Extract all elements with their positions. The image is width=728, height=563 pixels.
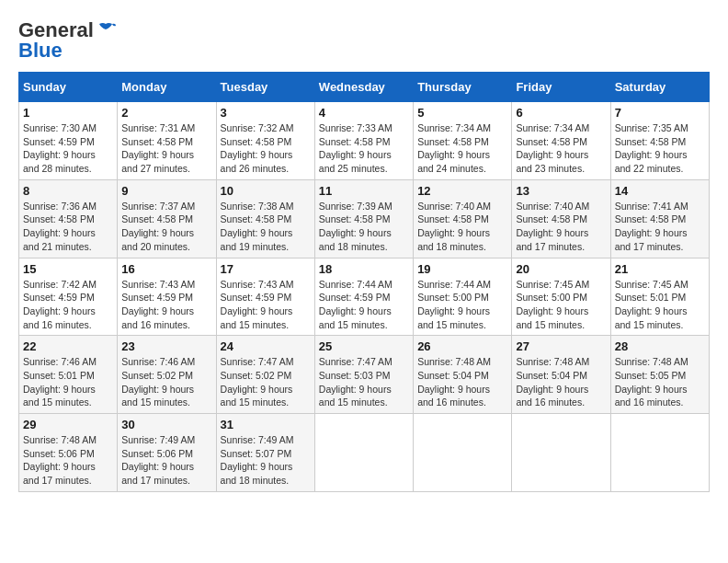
sunrise-label: Sunrise: 7:38 AM: [221, 201, 294, 212]
calendar-week-row: 8 Sunrise: 7:36 AM Sunset: 4:58 PM Dayli…: [19, 179, 710, 258]
daylight-label: Daylight: 9 hours and 15 minutes.: [516, 305, 588, 330]
day-number: 16: [121, 262, 211, 276]
sunrise-label: Sunrise: 7:34 AM: [417, 122, 491, 133]
sunrise-label: Sunrise: 7:46 AM: [121, 356, 195, 367]
calendar-cell: 29 Sunrise: 7:48 AM Sunset: 5:06 PM Dayl…: [19, 414, 118, 492]
daylight-label: Daylight: 9 hours and 18 minutes.: [319, 227, 392, 252]
daylight-label: Daylight: 9 hours and 17 minutes.: [615, 227, 688, 252]
sunset-label: Sunset: 5:00 PM: [417, 292, 489, 303]
sunrise-label: Sunrise: 7:48 AM: [615, 356, 688, 367]
sunset-label: Sunset: 4:59 PM: [319, 292, 391, 303]
weekday-header-monday: Monday: [118, 73, 216, 102]
calendar-cell: 2 Sunrise: 7:31 AM Sunset: 4:58 PM Dayli…: [118, 102, 216, 180]
sunrise-label: Sunrise: 7:44 AM: [417, 279, 491, 290]
day-number: 24: [221, 339, 311, 353]
day-info: Sunrise: 7:34 AM Sunset: 4:58 PM Dayligh…: [417, 121, 507, 176]
daylight-label: Daylight: 9 hours and 15 minutes.: [221, 384, 293, 408]
calendar-cell: 28 Sunrise: 7:48 AM Sunset: 5:05 PM Dayl…: [610, 336, 709, 414]
calendar-cell: [610, 414, 709, 492]
calendar-cell: 18 Sunrise: 7:44 AM Sunset: 4:59 PM Dayl…: [314, 258, 413, 336]
weekday-header-tuesday: Tuesday: [216, 73, 314, 102]
day-number: 2: [121, 106, 211, 120]
sunrise-label: Sunrise: 7:43 AM: [121, 279, 195, 290]
day-number: 31: [221, 418, 311, 431]
day-number: 13: [516, 184, 606, 198]
calendar-header-row: SundayMondayTuesdayWednesdayThursdayFrid…: [19, 73, 710, 102]
daylight-label: Daylight: 9 hours and 16 minutes.: [417, 384, 490, 408]
daylight-label: Daylight: 9 hours and 25 minutes.: [319, 149, 392, 174]
sunset-label: Sunset: 5:01 PM: [23, 370, 95, 381]
sunrise-label: Sunrise: 7:48 AM: [516, 356, 589, 367]
sunset-label: Sunset: 5:04 PM: [417, 370, 489, 381]
calendar-cell: 26 Sunrise: 7:48 AM Sunset: 5:04 PM Dayl…: [414, 336, 512, 414]
weekday-header-saturday: Saturday: [610, 73, 709, 102]
calendar-cell: 21 Sunrise: 7:45 AM Sunset: 5:01 PM Dayl…: [610, 258, 709, 336]
day-info: Sunrise: 7:37 AM Sunset: 4:58 PM Dayligh…: [121, 200, 211, 254]
sunrise-label: Sunrise: 7:42 AM: [23, 279, 97, 290]
sunrise-label: Sunrise: 7:33 AM: [319, 122, 392, 133]
day-info: Sunrise: 7:45 AM Sunset: 5:01 PM Dayligh…: [615, 278, 705, 332]
day-number: 5: [417, 106, 507, 120]
sunset-label: Sunset: 4:58 PM: [615, 213, 687, 224]
daylight-label: Daylight: 9 hours and 15 minutes.: [615, 305, 688, 330]
daylight-label: Daylight: 9 hours and 28 minutes.: [23, 149, 96, 174]
calendar-cell: 8 Sunrise: 7:36 AM Sunset: 4:58 PM Dayli…: [19, 179, 118, 258]
calendar-cell: 13 Sunrise: 7:40 AM Sunset: 4:58 PM Dayl…: [512, 179, 610, 258]
day-info: Sunrise: 7:49 AM Sunset: 5:06 PM Dayligh…: [121, 433, 211, 488]
day-number: 30: [121, 418, 211, 431]
sunset-label: Sunset: 5:06 PM: [23, 448, 95, 459]
sunset-label: Sunset: 5:07 PM: [221, 448, 292, 459]
day-number: 3: [221, 106, 311, 120]
sunset-label: Sunset: 4:58 PM: [23, 213, 95, 224]
day-info: Sunrise: 7:31 AM Sunset: 4:58 PM Dayligh…: [121, 121, 211, 176]
calendar-cell: 6 Sunrise: 7:34 AM Sunset: 4:58 PM Dayli…: [512, 102, 610, 180]
sunrise-label: Sunrise: 7:30 AM: [23, 122, 97, 133]
day-number: 10: [221, 184, 311, 198]
daylight-label: Daylight: 9 hours and 15 minutes.: [23, 384, 96, 408]
daylight-label: Daylight: 9 hours and 15 minutes.: [121, 384, 194, 408]
calendar-cell: 24 Sunrise: 7:47 AM Sunset: 5:02 PM Dayl…: [216, 336, 314, 414]
calendar-cell: 27 Sunrise: 7:48 AM Sunset: 5:04 PM Dayl…: [512, 336, 610, 414]
sunrise-label: Sunrise: 7:45 AM: [615, 279, 688, 290]
day-info: Sunrise: 7:39 AM Sunset: 4:58 PM Dayligh…: [319, 200, 409, 254]
day-number: 25: [319, 339, 409, 353]
sunrise-label: Sunrise: 7:40 AM: [417, 201, 491, 212]
sunrise-label: Sunrise: 7:40 AM: [516, 201, 589, 212]
calendar-cell: 12 Sunrise: 7:40 AM Sunset: 4:58 PM Dayl…: [414, 179, 512, 258]
sunset-label: Sunset: 4:58 PM: [516, 136, 587, 147]
day-info: Sunrise: 7:45 AM Sunset: 5:00 PM Dayligh…: [516, 278, 606, 332]
day-info: Sunrise: 7:35 AM Sunset: 4:58 PM Dayligh…: [615, 121, 705, 176]
day-info: Sunrise: 7:47 AM Sunset: 5:03 PM Dayligh…: [319, 355, 409, 409]
sunrise-label: Sunrise: 7:49 AM: [221, 434, 294, 445]
calendar-cell: 14 Sunrise: 7:41 AM Sunset: 4:58 PM Dayl…: [610, 179, 709, 258]
daylight-label: Daylight: 9 hours and 16 minutes.: [23, 305, 96, 330]
sunset-label: Sunset: 4:58 PM: [121, 136, 193, 147]
calendar-cell: 19 Sunrise: 7:44 AM Sunset: 5:00 PM Dayl…: [414, 258, 512, 336]
daylight-label: Daylight: 9 hours and 26 minutes.: [221, 149, 293, 174]
daylight-label: Daylight: 9 hours and 17 minutes.: [516, 227, 588, 252]
day-number: 9: [121, 184, 211, 198]
day-info: Sunrise: 7:36 AM Sunset: 4:58 PM Dayligh…: [23, 200, 113, 254]
calendar-cell: 23 Sunrise: 7:46 AM Sunset: 5:02 PM Dayl…: [118, 336, 216, 414]
sunset-label: Sunset: 4:58 PM: [121, 213, 193, 224]
sunset-label: Sunset: 4:58 PM: [417, 213, 489, 224]
sunset-label: Sunset: 5:05 PM: [615, 370, 687, 381]
sunrise-label: Sunrise: 7:47 AM: [221, 356, 294, 367]
calendar-cell: 31 Sunrise: 7:49 AM Sunset: 5:07 PM Dayl…: [216, 414, 314, 492]
day-info: Sunrise: 7:30 AM Sunset: 4:59 PM Dayligh…: [23, 121, 113, 176]
sunset-label: Sunset: 4:58 PM: [516, 213, 587, 224]
day-number: 20: [516, 262, 606, 276]
sunset-label: Sunset: 4:59 PM: [221, 292, 292, 303]
sunset-label: Sunset: 4:58 PM: [417, 136, 489, 147]
day-info: Sunrise: 7:38 AM Sunset: 4:58 PM Dayligh…: [221, 200, 311, 254]
calendar-cell: 30 Sunrise: 7:49 AM Sunset: 5:06 PM Dayl…: [118, 414, 216, 492]
calendar-cell: 1 Sunrise: 7:30 AM Sunset: 4:59 PM Dayli…: [19, 102, 118, 180]
day-info: Sunrise: 7:46 AM Sunset: 5:02 PM Dayligh…: [121, 355, 211, 409]
sunrise-label: Sunrise: 7:39 AM: [319, 201, 392, 212]
calendar-table: SundayMondayTuesdayWednesdayThursdayFrid…: [18, 72, 710, 492]
day-number: 18: [319, 262, 409, 276]
sunrise-label: Sunrise: 7:41 AM: [615, 201, 688, 212]
daylight-label: Daylight: 9 hours and 15 minutes.: [221, 305, 293, 330]
calendar-cell: 10 Sunrise: 7:38 AM Sunset: 4:58 PM Dayl…: [216, 179, 314, 258]
daylight-label: Daylight: 9 hours and 16 minutes.: [516, 384, 588, 408]
